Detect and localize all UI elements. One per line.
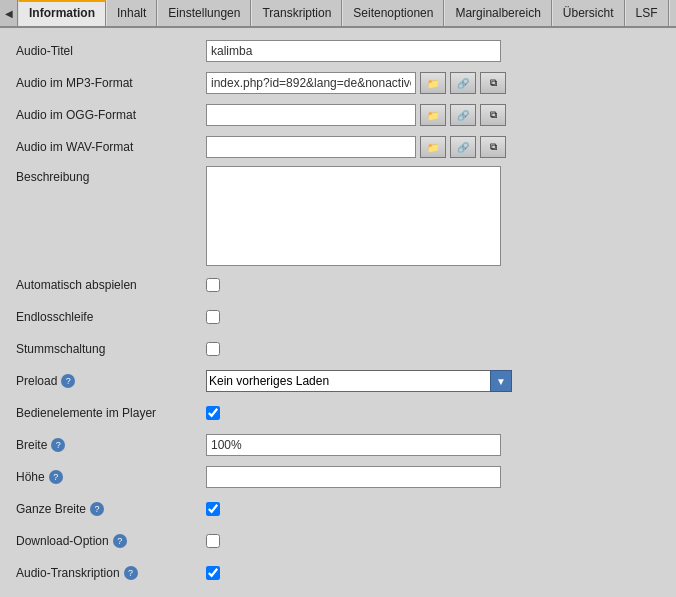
label-audio-transkription: Audio-Transkription ? <box>16 566 206 580</box>
input-audio-titel[interactable] <box>206 40 501 62</box>
tab-einstellungen[interactable]: Einstellungen <box>157 0 251 26</box>
row-preload: Preload ? Kein vorheriges Laden Auto Met… <box>16 368 660 394</box>
copy-btn-ogg[interactable]: ⧉ <box>480 104 506 126</box>
checkbox-automatisch-abspielen[interactable] <box>206 278 220 292</box>
input-audio-wav[interactable] <box>206 136 416 158</box>
link-btn-wav[interactable]: 🔗 <box>450 136 476 158</box>
row-endlosschleife: Endlosschleife <box>16 304 660 330</box>
help-icon-ganze-breite[interactable]: ? <box>90 502 104 516</box>
control-ganze-breite <box>206 502 660 516</box>
link-btn-mp3[interactable]: 🔗 <box>450 72 476 94</box>
checkbox-ganze-breite[interactable] <box>206 502 220 516</box>
tab-bar: ◀ Information Inhalt Einstellungen Trans… <box>0 0 676 28</box>
link-btn-ogg[interactable]: 🔗 <box>450 104 476 126</box>
input-breite[interactable] <box>206 434 501 456</box>
tab-transkription[interactable]: Transkription <box>251 0 342 26</box>
label-preload: Preload ? <box>16 374 206 388</box>
tab-inhalt[interactable]: Inhalt <box>106 0 157 26</box>
input-audio-ogg[interactable] <box>206 104 416 126</box>
browse-btn-wav[interactable]: 📁 <box>420 136 446 158</box>
control-preload: Kein vorheriges Laden Auto Metadaten ▼ <box>206 370 660 392</box>
label-audio-titel: Audio-Titel <box>16 44 206 58</box>
control-breite <box>206 434 660 456</box>
label-audio-mp3: Audio im MP3-Format <box>16 76 206 90</box>
row-breite: Breite ? <box>16 432 660 458</box>
checkbox-download-option[interactable] <box>206 534 220 548</box>
checkbox-endlosschleife[interactable] <box>206 310 220 324</box>
help-icon-preload[interactable]: ? <box>61 374 75 388</box>
control-bedienelemente <box>206 406 660 420</box>
input-hoehe[interactable] <box>206 466 501 488</box>
row-download-option: Download-Option ? <box>16 528 660 554</box>
label-automatisch-abspielen: Automatisch abspielen <box>16 278 206 292</box>
select-wrapper-preload: Kein vorheriges Laden Auto Metadaten ▼ <box>206 370 512 392</box>
label-download-option: Download-Option ? <box>16 534 206 548</box>
row-audio-wav: Audio im WAV-Format 📁 🔗 ⧉ <box>16 134 660 160</box>
label-stummschaltung: Stummschaltung <box>16 342 206 356</box>
label-audio-ogg: Audio im OGG-Format <box>16 108 206 122</box>
tab-marginalbereich[interactable]: Marginalbereich <box>444 0 551 26</box>
row-audio-mp3: Audio im MP3-Format 📁 🔗 ⧉ <box>16 70 660 96</box>
input-audio-mp3[interactable] <box>206 72 416 94</box>
control-audio-titel <box>206 40 660 62</box>
content-area: Audio-Titel Audio im MP3-Format 📁 🔗 ⧉ Au… <box>0 28 676 597</box>
label-beschreibung: Beschreibung <box>16 166 206 184</box>
select-arrow-preload[interactable]: ▼ <box>490 370 512 392</box>
row-audio-ogg: Audio im OGG-Format 📁 🔗 ⧉ <box>16 102 660 128</box>
help-icon-breite[interactable]: ? <box>51 438 65 452</box>
tab-seitenoptionen[interactable]: Seitenoptionen <box>342 0 444 26</box>
copy-btn-wav[interactable]: ⧉ <box>480 136 506 158</box>
control-automatisch-abspielen <box>206 278 660 292</box>
copy-btn-mp3[interactable]: ⧉ <box>480 72 506 94</box>
textarea-beschreibung[interactable] <box>206 166 501 266</box>
row-audio-titel: Audio-Titel <box>16 38 660 64</box>
control-beschreibung <box>206 166 660 266</box>
help-icon-download-option[interactable]: ? <box>113 534 127 548</box>
label-audio-wav: Audio im WAV-Format <box>16 140 206 154</box>
checkbox-bedienelemente[interactable] <box>206 406 220 420</box>
tab-nav-arrow[interactable]: ◀ <box>0 0 18 26</box>
tab-uebersicht[interactable]: Übersicht <box>552 0 625 26</box>
row-automatisch-abspielen: Automatisch abspielen <box>16 272 660 298</box>
browse-btn-ogg[interactable]: 📁 <box>420 104 446 126</box>
control-stummschaltung <box>206 342 660 356</box>
tab-lsf[interactable]: LSF <box>625 0 669 26</box>
label-endlosschleife: Endlosschleife <box>16 310 206 324</box>
control-audio-transkription <box>206 566 660 580</box>
label-bedienelemente: Bedienelemente im Player <box>16 406 206 420</box>
control-audio-ogg: 📁 🔗 ⧉ <box>206 104 660 126</box>
label-hoehe: Höhe ? <box>16 470 206 484</box>
help-icon-hoehe[interactable]: ? <box>49 470 63 484</box>
tab-freig[interactable]: Freig <box>669 0 676 26</box>
control-download-option <box>206 534 660 548</box>
control-audio-mp3: 📁 🔗 ⧉ <box>206 72 660 94</box>
row-beschreibung: Beschreibung <box>16 166 660 266</box>
browse-btn-mp3[interactable]: 📁 <box>420 72 446 94</box>
tab-information[interactable]: Information <box>18 0 106 26</box>
row-audio-transkription: Audio-Transkription ? <box>16 560 660 586</box>
row-hoehe: Höhe ? <box>16 464 660 490</box>
control-hoehe <box>206 466 660 488</box>
select-preload[interactable]: Kein vorheriges Laden Auto Metadaten <box>206 370 491 392</box>
row-bedienelemente: Bedienelemente im Player <box>16 400 660 426</box>
label-breite: Breite ? <box>16 438 206 452</box>
checkbox-stummschaltung[interactable] <box>206 342 220 356</box>
help-icon-audio-transkription[interactable]: ? <box>124 566 138 580</box>
checkbox-audio-transkription[interactable] <box>206 566 220 580</box>
control-endlosschleife <box>206 310 660 324</box>
row-ganze-breite: Ganze Breite ? <box>16 496 660 522</box>
row-stummschaltung: Stummschaltung <box>16 336 660 362</box>
control-audio-wav: 📁 🔗 ⧉ <box>206 136 660 158</box>
label-ganze-breite: Ganze Breite ? <box>16 502 206 516</box>
